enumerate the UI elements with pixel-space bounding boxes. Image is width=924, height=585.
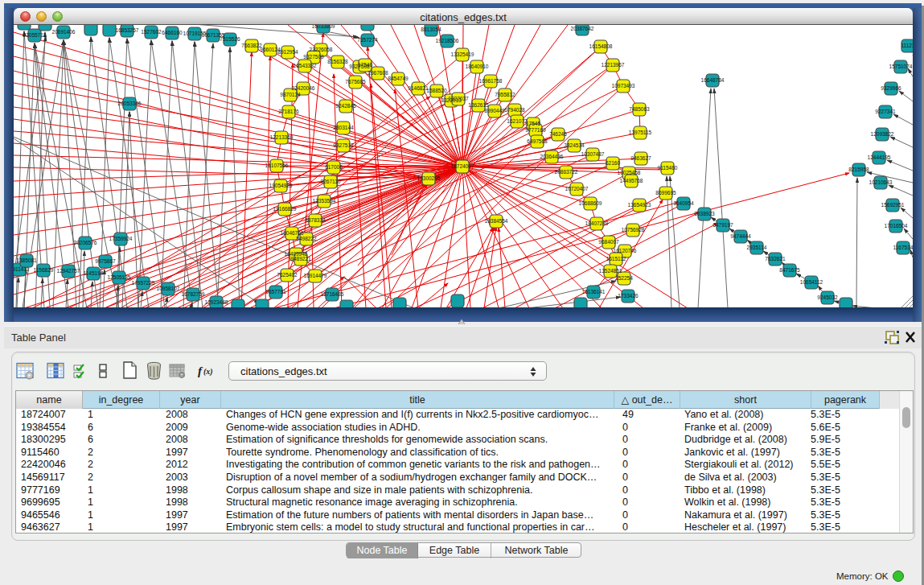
svg-text:20863722: 20863722 — [555, 169, 578, 175]
svg-text:62160: 62160 — [606, 160, 620, 166]
svg-text:5498222: 5498222 — [296, 236, 317, 241]
svg-text:18407249: 18407249 — [585, 220, 609, 226]
svg-text:13353594: 13353594 — [313, 198, 336, 204]
svg-text:14495768: 14495768 — [620, 178, 643, 183]
svg-text:1615112: 1615112 — [606, 256, 626, 262]
svg-text:8156328: 8156328 — [327, 59, 348, 64]
svg-text:9489221: 9489221 — [290, 256, 311, 262]
svg-text:1362615: 1362615 — [468, 102, 489, 108]
svg-text:19218506: 19218506 — [436, 38, 459, 43]
svg-text:8912954: 8912954 — [277, 49, 298, 55]
svg-text:8454749: 8454749 — [388, 76, 409, 81]
svg-text:10688609: 10688609 — [579, 200, 602, 206]
svg-text:16961758: 16961758 — [479, 78, 503, 84]
svg-text:15692951: 15692951 — [881, 202, 905, 208]
svg-text:10210643: 10210643 — [869, 179, 893, 185]
svg-text:12213369: 12213369 — [270, 134, 294, 140]
svg-text:17957225: 17957225 — [132, 280, 155, 286]
svg-text:7955812: 7955812 — [495, 92, 515, 97]
svg-text:(x): (x) — [203, 367, 213, 377]
svg-text:617006: 617006 — [325, 164, 343, 170]
svg-text:10756928: 10756928 — [622, 227, 645, 233]
svg-text:10654112: 10654112 — [800, 279, 823, 285]
svg-text:2935114: 2935114 — [747, 245, 767, 250]
svg-text:9684007: 9684007 — [598, 239, 619, 245]
svg-text:23055713: 23055713 — [23, 32, 47, 38]
svg-text:10973493: 10973493 — [612, 83, 635, 89]
svg-text:15136141: 15136141 — [582, 289, 606, 295]
svg-text:2718176: 2718176 — [278, 109, 299, 114]
svg-text:7515526: 7515526 — [220, 36, 240, 42]
svg-text:8990448: 8990448 — [484, 108, 505, 113]
svg-text:9327512: 9327512 — [333, 142, 354, 148]
svg-text:17546: 17546 — [358, 62, 372, 68]
svg-text:16914479: 16914479 — [304, 273, 327, 278]
svg-text:6466160: 6466160 — [162, 30, 183, 35]
svg-text:12093822: 12093822 — [871, 131, 894, 137]
svg-text:6479197: 6479197 — [713, 222, 733, 228]
svg-text:9329966: 9329966 — [881, 85, 901, 91]
svg-text:746246: 746246 — [549, 131, 567, 137]
svg-text:7625402: 7625402 — [277, 272, 298, 278]
svg-text:1588520: 1588520 — [426, 88, 447, 93]
svg-text:16853257: 16853257 — [116, 27, 139, 33]
svg-text:13654923: 13654923 — [628, 202, 651, 208]
svg-text:152254: 152254 — [615, 275, 633, 281]
svg-text:12505135: 12505135 — [108, 274, 131, 280]
svg-text:10720407: 10720407 — [565, 186, 589, 192]
svg-text:1167534: 1167534 — [893, 245, 913, 250]
svg-text:10958107: 10958107 — [157, 286, 180, 291]
svg-text:19054925: 19054925 — [269, 183, 293, 188]
svg-text:8267110: 8267110 — [321, 179, 341, 184]
svg-text:17359924: 17359924 — [109, 236, 133, 241]
svg-text:16154808: 16154808 — [589, 43, 613, 49]
svg-text:9463627: 9463627 — [630, 155, 651, 161]
svg-text:7663822: 7663822 — [241, 43, 262, 48]
svg-text:16120746: 16120746 — [614, 248, 637, 253]
svg-text:1145194: 1145194 — [84, 270, 104, 276]
svg-text:7675685: 7675685 — [345, 79, 366, 84]
svg-text:9115460: 9115460 — [658, 165, 678, 171]
svg-text:7357274: 7357274 — [357, 37, 378, 43]
svg-text:8813054: 8813054 — [421, 27, 441, 32]
svg-text:1385081: 1385081 — [16, 257, 37, 263]
svg-text:10025458: 10025458 — [618, 170, 641, 175]
svg-text:1621072: 1621072 — [507, 118, 528, 124]
svg-text:1156829: 1156829 — [34, 267, 54, 273]
svg-text:8215958: 8215958 — [848, 167, 869, 172]
svg-text:16033809: 16033809 — [312, 25, 335, 29]
svg-text:22420046: 22420046 — [292, 85, 315, 91]
svg-text:17016504: 17016504 — [885, 223, 908, 229]
svg-text:16543382: 16543382 — [294, 63, 317, 68]
svg-text:7632621: 7632621 — [765, 256, 786, 262]
svg-text:18300295: 18300295 — [417, 175, 441, 181]
svg-text:1527602: 1527602 — [141, 29, 162, 35]
svg-text:8938923: 8938923 — [694, 211, 715, 216]
svg-text:9146821: 9146821 — [408, 85, 429, 91]
svg-text:9657791: 9657791 — [265, 289, 286, 295]
svg-text:9474444: 9474444 — [730, 233, 751, 239]
svg-text:2803144: 2803144 — [333, 125, 354, 130]
svg-text:9327509: 9327509 — [303, 54, 324, 60]
svg-text:2967608: 2967608 — [368, 70, 388, 76]
svg-text:9242845: 9242845 — [335, 103, 356, 109]
svg-text:1640954: 1640954 — [673, 200, 694, 206]
svg-text:15751074: 15751074 — [889, 64, 913, 69]
svg-text:3824534: 3824534 — [564, 142, 585, 148]
svg-text:13325419: 13325419 — [451, 51, 474, 57]
svg-text:12923448: 12923448 — [205, 299, 228, 305]
svg-text:9870134: 9870134 — [280, 92, 301, 97]
svg-text:1733426: 1733426 — [618, 293, 639, 299]
svg-text:f: f — [198, 365, 203, 377]
svg-text:8471675: 8471675 — [779, 267, 800, 273]
svg-text:20206576: 20206576 — [74, 240, 97, 245]
svg-text:19384554: 19384554 — [485, 218, 508, 224]
svg-text:9245032: 9245032 — [817, 295, 838, 300]
svg-text:7485063: 7485063 — [629, 106, 650, 112]
svg-text:20364436: 20364436 — [540, 154, 564, 159]
svg-text:16107556: 16107556 — [265, 163, 289, 168]
svg-text:26053346: 26053346 — [118, 101, 142, 106]
svg-text:17545: 17545 — [526, 121, 540, 126]
svg-text:8699695: 8699695 — [655, 190, 676, 196]
svg-text:12942757: 12942757 — [57, 268, 80, 274]
